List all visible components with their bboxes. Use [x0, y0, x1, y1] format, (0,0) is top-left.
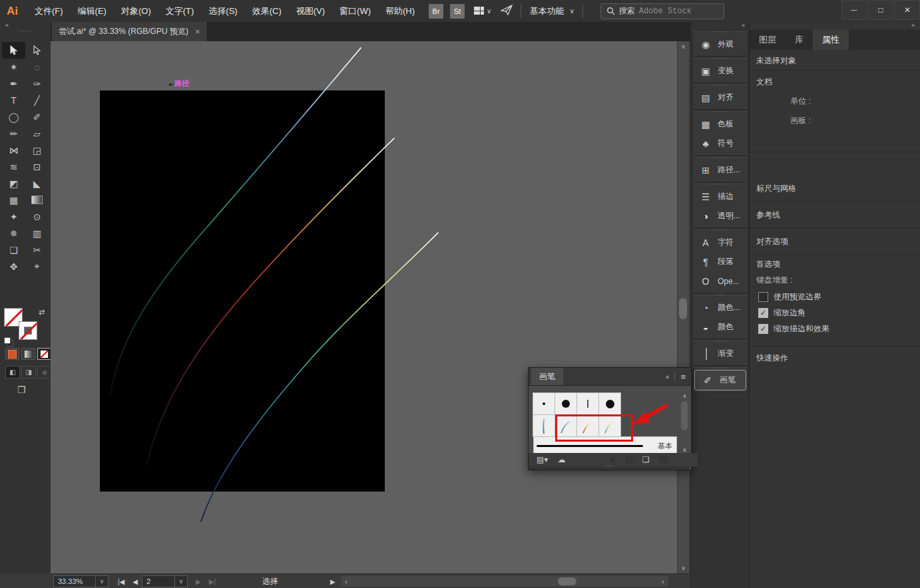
curvature-tool[interactable]: ✑ [25, 75, 49, 92]
scroll-up-icon[interactable]: ∧ [678, 43, 689, 50]
none-button[interactable] [37, 348, 51, 360]
collapse-dock-icon[interactable]: » [750, 22, 920, 30]
scroll-up-icon[interactable]: ∧ [680, 393, 689, 399]
search-input[interactable]: 搜索 Adobe Stock [600, 3, 724, 19]
scroll-right-icon[interactable]: › [658, 578, 668, 585]
eraser-tool[interactable]: ▱ [25, 125, 49, 142]
menu-item-4[interactable]: 选择(S) [201, 1, 244, 22]
draw-behind-button[interactable]: ◨ [21, 366, 36, 378]
menu-item-7[interactable]: 窗口(W) [332, 1, 378, 22]
checkbox-icon[interactable] [758, 292, 768, 302]
delete-brush-icon[interactable]: ⌧ [659, 455, 668, 464]
horizontal-scrollbar[interactable]: ‹ › [341, 576, 668, 587]
artboard-tool[interactable]: ❏ [2, 241, 25, 258]
stroke-swatch-none[interactable] [19, 321, 37, 340]
draw-inside-button[interactable]: ◉ [37, 366, 52, 378]
checkbox-icon[interactable]: ✓ [758, 308, 768, 318]
next-artboard-button[interactable]: ▶ [192, 578, 205, 585]
ellipse-tool[interactable]: ◯ [2, 108, 25, 125]
arrange-documents-icon[interactable]: ∨ [474, 7, 491, 15]
paintbrush-tool[interactable]: ✐ [25, 108, 49, 125]
new-brush-icon[interactable]: ❏ [642, 455, 650, 464]
brushes-panel-header[interactable]: 画笔 » ≡ [529, 368, 691, 386]
close-button[interactable]: ✕ [895, 0, 920, 20]
menu-item-0[interactable]: 文件(F) [27, 1, 71, 22]
panel-drag-handle[interactable]: '''''''' [0, 31, 51, 34]
menu-item-5[interactable]: 效果(C) [245, 1, 289, 22]
checkbox-row-2[interactable]: ✓缩放描边和效果 [758, 323, 829, 335]
dock-item-stroke[interactable]: ☰描边 [693, 187, 748, 206]
type-tool[interactable]: T [2, 92, 25, 108]
curve-yellow-blue[interactable] [201, 233, 438, 521]
document-tab[interactable]: 尝试.ai* @ 33.33% (RGB/GPU 预览) × [52, 22, 208, 41]
scroll-left-icon[interactable]: ‹ [341, 578, 351, 585]
curve-orange-red[interactable] [146, 138, 394, 466]
dock-item-appearance[interactable]: ◉外观 [693, 35, 748, 54]
checkbox-icon[interactable]: ✓ [758, 324, 768, 334]
dock-item-transform[interactable]: ▣变换 [693, 61, 748, 80]
mesh-tool[interactable]: ▦ [2, 192, 25, 208]
share-paper-plane-icon[interactable] [501, 5, 513, 18]
perspective-grid-tool[interactable]: ◣ [25, 175, 49, 192]
lasso-tool[interactable]: ◌ [25, 59, 49, 75]
tab-库[interactable]: 库 [786, 30, 813, 50]
blend-tool[interactable]: ⊙ [25, 208, 49, 225]
swap-fill-stroke-icon[interactable]: ⇄ [39, 308, 45, 317]
dock-item-align[interactable]: ▤对齐 [693, 88, 748, 107]
status-options-icon[interactable]: ▶ [330, 578, 336, 585]
zoom-level-field[interactable]: 33.33% [53, 575, 96, 587]
free-transform-tool[interactable]: ⊡ [25, 158, 49, 175]
stock-button[interactable]: St [450, 4, 465, 19]
horizontal-scroll-thumb[interactable] [558, 577, 576, 585]
tab-属性[interactable]: 属性 [813, 30, 849, 50]
menu-item-6[interactable]: 视图(V) [289, 1, 332, 22]
scroll-down-icon[interactable]: ∨ [678, 565, 689, 571]
vertical-scrollbar[interactable]: ∧ ∨ [677, 41, 689, 573]
line-segment-tool[interactable]: ╱ [25, 92, 49, 108]
symbol-sprayer-tool[interactable]: ✵ [2, 225, 25, 241]
dock-item-brushes[interactable]: ✐画笔 [695, 370, 746, 390]
dock-item-transparency[interactable]: ◑透明... [693, 206, 748, 225]
canvas-pasteboard[interactable]: 路径 [51, 41, 677, 573]
scroll-thumb[interactable] [681, 401, 688, 430]
minimize-button[interactable]: ─ [841, 0, 867, 20]
dock-item-paragraph[interactable]: ¶段落 [693, 252, 748, 271]
change-screen-mode-button[interactable]: ❐ [17, 384, 26, 395]
options-of-selected-object-icon[interactable]: ▤ [625, 455, 632, 464]
first-artboard-button[interactable]: |◀ [114, 578, 128, 585]
draw-normal-button[interactable]: ◧ [5, 366, 20, 378]
vertical-scroll-thumb[interactable] [679, 298, 687, 319]
column-graph-tool[interactable]: ▥ [25, 225, 49, 241]
collapse-panel-icon[interactable]: » [666, 373, 670, 380]
color-button[interactable] [5, 348, 19, 360]
dock-item-color-guide[interactable]: ◔颜色... [693, 298, 748, 317]
brush-dot-xlarge[interactable] [598, 392, 621, 415]
slice-tool[interactable]: ✂ [25, 241, 49, 258]
dock-item-symbols[interactable]: ♣符号 [693, 134, 748, 153]
brushes-panel-tab[interactable]: 画笔 [531, 368, 563, 385]
dock-item-color[interactable]: ◒颜色 [693, 317, 748, 337]
remove-brush-stroke-icon[interactable]: ✕ [609, 455, 616, 464]
workspace-switcher[interactable]: 基本功能 ∨ [529, 5, 574, 17]
checkbox-row-1[interactable]: ✓缩放边角 [758, 307, 805, 319]
previous-artboard-button[interactable]: ◀ [128, 578, 142, 585]
artboard-number-field[interactable]: 2 [142, 575, 175, 587]
tab-close-icon[interactable]: × [195, 27, 200, 37]
dock-item-character[interactable]: A字符 [693, 233, 748, 252]
brushes-scrollbar[interactable]: ∧ ∨ [680, 393, 689, 453]
zoom-dropdown-icon[interactable]: ∨ [96, 575, 109, 587]
hand-tool[interactable]: ✥ [2, 258, 25, 275]
libraries-panel-icon[interactable]: ☁ [557, 455, 565, 464]
pencil-tool[interactable]: ✏ [2, 125, 25, 142]
reflect-tool[interactable]: ⋈ [2, 142, 25, 158]
dock-item-swatches[interactable]: ▦色板 [693, 114, 748, 134]
menu-item-2[interactable]: 对象(O) [114, 1, 158, 22]
dock-item-pathfinder[interactable]: ⊞路径... [693, 160, 748, 180]
menu-item-1[interactable]: 编辑(E) [71, 1, 114, 22]
dock-item-opentype[interactable]: OOpe... [693, 271, 748, 291]
panel-menu-icon[interactable]: ≡ [680, 372, 686, 382]
curve-blue-teal[interactable] [110, 48, 361, 396]
scale-tool[interactable]: ◲ [25, 142, 49, 158]
panel-resize-handle[interactable]: '''''''' [529, 466, 690, 470]
selection-tool[interactable] [2, 42, 25, 59]
